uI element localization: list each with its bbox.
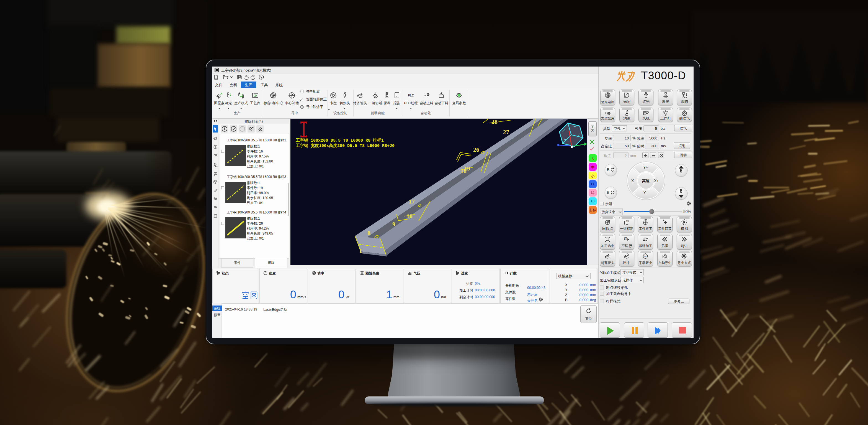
svg-text:17: 17 [409, 198, 415, 205]
svg-text:9: 9 [392, 221, 395, 228]
svg-text:M: M [644, 255, 647, 258]
svg-text:O1: O1 [626, 220, 628, 222]
svg-text:1: 1 [359, 247, 362, 254]
svg-text:28: 28 [492, 119, 498, 125]
svg-text:27: 27 [503, 129, 509, 136]
svg-text:PLC: PLC [408, 94, 414, 97]
svg-text:10: 10 [625, 238, 627, 240]
svg-text:10: 10 [406, 213, 412, 220]
svg-text:26: 26 [473, 146, 479, 153]
svg-text:19: 19 [464, 165, 470, 172]
svg-text:8: 8 [367, 230, 370, 236]
